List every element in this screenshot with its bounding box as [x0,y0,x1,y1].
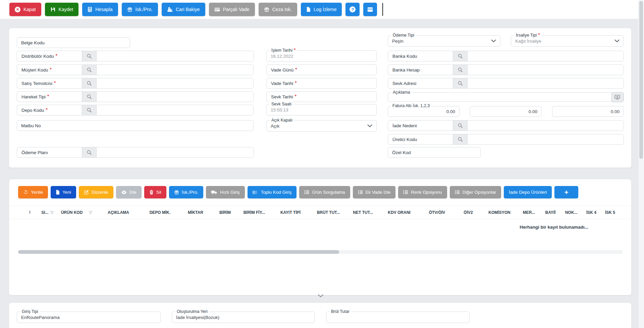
grid-column-header[interactable]: BRÜT TUT... [310,210,346,215]
grid-column-header[interactable]: ÖİV2 [455,210,481,215]
discount-promo-button[interactable]: İsk./Pro. [122,3,158,16]
collapse-chevron-icon[interactable] [318,294,324,297]
horizontal-scrollbar-thumb[interactable] [18,250,339,254]
grid-column-header[interactable]: BİRİM FİY... [238,210,271,215]
description-field[interactable]: Açıklama [388,92,624,102]
search-icon-button[interactable] [453,65,468,75]
search-icon-button[interactable] [82,51,97,61]
search-icon-button[interactable] [453,51,468,61]
sales-rep-input[interactable] [97,78,253,88]
grid-column-header[interactable]: KDV ORANI [379,210,419,215]
header-form-card: Distribütör Kodu* Müşteri Kodu* Satış Te… [9,28,632,168]
filter-icon[interactable] [50,211,54,215]
document-code-input[interactable] [17,37,130,48]
refresh-button[interactable]: Yenile [18,186,48,198]
search-icon-button[interactable] [453,121,468,131]
calculate-button[interactable]: Hesapla [82,3,118,16]
grid-column-header[interactable]: KAYIT TİPİ [271,210,310,215]
grid-column-header[interactable]: KOMİSYON [481,210,518,215]
manufacturer-code-input[interactable] [468,134,624,144]
filter-icon[interactable] [89,211,93,215]
transaction-date-field[interactable]: İşlem Tarihi* 16.12.2022 [266,50,377,62]
customer-code-input[interactable] [97,65,253,75]
special-code-input[interactable] [388,147,481,158]
search-icon-button[interactable] [82,147,97,157]
grid-column-header[interactable]: ! [22,210,37,215]
bank-account-input[interactable] [468,65,624,75]
view-button[interactable]: İzle [116,186,142,198]
page-scrollbar[interactable] [638,0,644,328]
search-icon-button[interactable] [82,92,97,102]
grid-column-header[interactable]: SI... [37,210,58,215]
list-icon [455,190,460,194]
product-query-button[interactable]: Ürün Sorgulama [299,186,350,198]
search-icon-button[interactable] [82,65,97,75]
add-row-button[interactable]: + [554,186,578,198]
close-button[interactable]: ✕ Kapat [9,3,41,16]
sales-rep-field: Satış Temsilcisi* [17,78,254,89]
movement-type-input[interactable] [97,92,253,102]
ship-address-input[interactable] [468,78,624,88]
extra-term-view-button[interactable]: Ek Vade İzle [353,186,396,198]
grid-column-header[interactable]: MER... [518,210,540,215]
partial-term-button[interactable]: Parçalı Vade [209,3,255,16]
screen-view-button[interactable] [611,92,624,102]
ship-time-field[interactable]: Sevk Saati 15:55:13 [266,104,377,115]
grid-column-header[interactable]: BAYİİ [540,210,560,215]
grid-column-header[interactable]: BİRİM [212,210,238,215]
edit-button[interactable]: Düzenle [79,186,113,198]
current-balance-button[interactable]: Cari Bakiye [162,3,205,16]
bank-code-input[interactable] [468,51,624,61]
grid-column-header[interactable]: İSK 4 [582,210,601,215]
creation-place-field[interactable]: Oluşturulma Yeri İade İrsaliyesi(Bozuk) [172,312,315,323]
payment-type-select[interactable]: Ödeme Tipi Peşin [388,35,500,47]
grid-column-header[interactable]: AÇIKLAMA [96,210,141,215]
search-icon-button[interactable] [82,105,97,115]
grid-column-header[interactable]: DEPO MİK. [141,210,179,215]
delete-button[interactable]: Sil [144,186,166,198]
payment-plan-input[interactable] [97,147,253,157]
window-button[interactable] [363,3,377,16]
invoice-discount-2-input[interactable]: 0.00 [470,106,542,117]
field-label: Distribütör Kodu* [17,51,82,61]
grid-column-header[interactable]: İSK 5 [601,210,620,215]
grid-column-header[interactable]: ÖTV/ÖİV [419,210,455,215]
help-button[interactable]: ? [345,3,360,16]
search-icon-button[interactable] [453,78,468,88]
new-button[interactable]: Yeni [51,186,76,198]
log-view-button[interactable]: Log İzleme [301,3,342,16]
grid-header-row: ! SI... ÜRÜN KOD AÇIKLAMA DEPO MİK. MİKT… [9,206,631,219]
grid-column-header[interactable]: ÜRÜN KOD [58,210,96,215]
distributor-code-input[interactable] [97,51,253,61]
search-icon-button[interactable] [82,78,97,88]
page-scrollbar-thumb[interactable] [639,1,643,159]
entry-type-field[interactable]: Giriş Tipi EnRoutePanorama [17,312,161,323]
top-toolbar: ✕ Kapat Kaydet Hesapla İsk./Pro. Cari Ba… [0,0,644,19]
grid-column-header[interactable]: NOK... [560,210,582,215]
other-options-button[interactable]: Diğer Opsiyonlar [450,186,501,198]
discount-promo-row-button[interactable]: İsk./Pro. [169,186,204,198]
color-option-button[interactable]: Renk Opsiyonu [398,186,447,198]
warehouse-code-input[interactable] [97,105,253,115]
grid-column-header[interactable]: MİKTAR [179,210,212,215]
field-label: Müşteri Kodu* [17,65,82,75]
save-button[interactable]: Kaydet [45,3,79,16]
gift-icon [127,7,132,12]
due-date-field[interactable]: Vade Tarihi* [266,78,377,89]
invoice-discount-3-input[interactable]: 0.00 [552,106,624,117]
ship-date-field[interactable]: Sevk Tarihi* [266,91,377,102]
search-icon-button[interactable] [453,134,468,144]
waybill-type-select[interactable]: İrsaliye Tipi* Kağıt İrsaliye [511,35,624,47]
quick-entry-button[interactable]: Hızlı Giriş [206,186,245,198]
due-day-field[interactable]: Vade Günü* [266,64,377,75]
trash-icon [149,190,154,195]
printed-no-input[interactable] [17,120,254,131]
bulk-code-entry-button[interactable]: Toplu Kod Giriş [248,186,297,198]
open-closed-select[interactable]: Açık Kapalı Açık [266,120,377,132]
penalty-discount-button[interactable]: Ceza Isk. [259,3,297,16]
gross-amount-field[interactable]: Brüt Tutar [326,312,470,323]
return-reason-input[interactable] [468,121,624,131]
grid-column-header[interactable]: NET TUT... [346,210,379,215]
return-warehouse-products-button[interactable]: İade Depo Ürünleri [504,186,552,198]
horizontal-scrollbar[interactable] [18,250,623,254]
